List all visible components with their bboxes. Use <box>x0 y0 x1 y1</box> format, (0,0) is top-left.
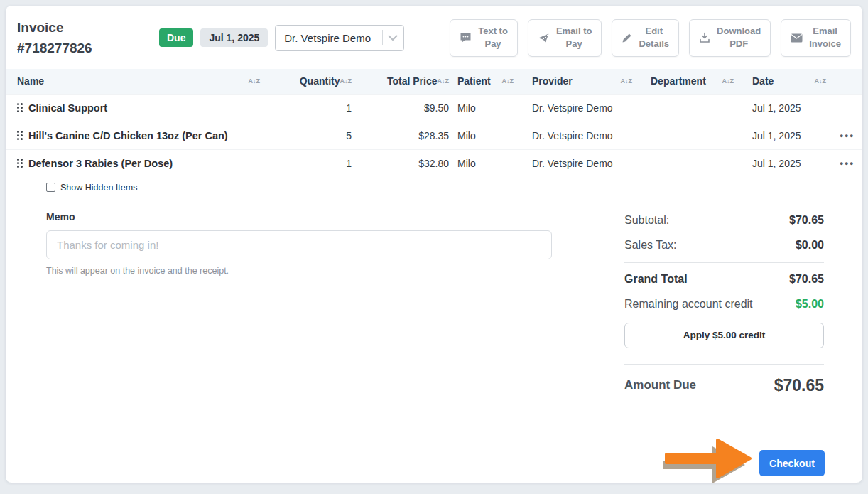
item-patient: Milo <box>449 130 523 141</box>
invoice-date-chip[interactable]: Jul 1, 2025 <box>200 28 268 47</box>
item-date: Jul 1, 2025 <box>744 158 836 169</box>
column-header-patient: Patient A↓Z <box>449 75 523 87</box>
column-label-name: Name <box>17 75 44 87</box>
memo-input[interactable] <box>46 230 552 259</box>
invoice-number: #718277826 <box>17 38 124 58</box>
column-label-quantity: Quantity <box>300 75 340 87</box>
sales-tax-label: Sales Tax: <box>624 239 677 252</box>
sales-tax-row: Sales Tax: $0.00 <box>624 233 824 258</box>
grand-total-label: Grand Total <box>624 273 688 286</box>
status-badge: Due <box>159 28 193 47</box>
column-header-name: Name A↓Z <box>6 75 270 87</box>
invoice-card: Invoice #718277826 Due Jul 1, 2025 Dr. V… <box>6 6 862 483</box>
item-name: Hill's Canine C/D Chicken 13oz (Per Can) <box>28 130 228 141</box>
sort-icon-quantity[interactable]: A↓Z <box>340 77 352 85</box>
item-provider: Dr. Vetspire Demo <box>523 130 642 141</box>
status-group: Due Jul 1, 2025 Dr. Vetspire Demo <box>159 25 404 51</box>
drag-handle-icon[interactable] <box>17 131 23 140</box>
table-row[interactable]: Clinical Support 1 $9.50 Milo Dr. Vetspi… <box>6 94 862 122</box>
grand-total-row: Grand Total $70.65 <box>624 267 824 292</box>
bottom-section: Memo This will appear on the invoice and… <box>6 211 862 395</box>
column-header-quantity: Quantity A↓Z <box>270 75 352 87</box>
item-name: Clinical Support <box>28 102 107 114</box>
memo-section: Memo This will appear on the invoice and… <box>46 211 552 395</box>
item-date: Jul 1, 2025 <box>744 102 836 114</box>
drag-handle-icon[interactable] <box>17 159 23 168</box>
header-actions: Text toPay Email toPay EditDetails Downl… <box>450 19 851 56</box>
item-quantity: 1 <box>270 102 352 114</box>
download-pdf-label: DownloadPDF <box>717 25 761 50</box>
item-total-price: $9.50 <box>352 102 449 114</box>
item-total-price: $28.35 <box>352 130 449 141</box>
column-label-provider: Provider <box>532 75 573 87</box>
subtotal-row: Subtotal: $70.65 <box>624 208 824 233</box>
sort-icon-total-price[interactable]: A↓Z <box>438 77 450 85</box>
row-menu-icon[interactable]: ●●● <box>836 160 862 167</box>
column-label-patient: Patient <box>457 75 491 87</box>
credit-label: Remaining account credit <box>624 298 753 311</box>
memo-helper-text: This will appear on the invoice and the … <box>46 266 552 276</box>
item-quantity: 1 <box>270 158 352 169</box>
subtotal-label: Subtotal: <box>624 214 669 227</box>
item-provider: Dr. Vetspire Demo <box>523 158 642 169</box>
row-menu-icon[interactable]: ●●● <box>836 132 862 139</box>
column-label-total-price: Total Price <box>387 75 438 87</box>
email-invoice-label: EmailInvoice <box>809 25 841 50</box>
item-provider: Dr. Vetspire Demo <box>523 102 642 114</box>
table-row[interactable]: Defensor 3 Rabies (Per Dose) 1 $32.80 Mi… <box>6 149 862 177</box>
item-patient: Milo <box>449 102 523 114</box>
edit-details-button[interactable]: EditDetails <box>612 19 679 56</box>
grand-total-value: $70.65 <box>789 273 824 286</box>
chevron-down-icon <box>388 35 398 41</box>
column-header-provider: Provider A↓Z <box>523 75 642 87</box>
item-name: Defensor 3 Rabies (Per Dose) <box>28 158 173 169</box>
download-pdf-button[interactable]: DownloadPDF <box>689 19 771 56</box>
subtotal-value: $70.65 <box>789 214 824 227</box>
apply-credit-button[interactable]: Apply $5.00 credit <box>624 323 824 348</box>
page-title: Invoice #718277826 <box>17 17 124 59</box>
column-header-department: Department A↓Z <box>642 75 744 87</box>
text-to-pay-button[interactable]: Text toPay <box>450 19 518 56</box>
item-quantity: 5 <box>270 130 352 141</box>
invoice-header: Invoice #718277826 Due Jul 1, 2025 Dr. V… <box>6 6 862 69</box>
totals-panel: Subtotal: $70.65 Sales Tax: $0.00 Grand … <box>624 208 824 395</box>
item-patient: Milo <box>449 158 523 169</box>
item-date: Jul 1, 2025 <box>744 130 836 141</box>
email-to-pay-icon <box>538 33 550 43</box>
show-hidden-items-label[interactable]: Show Hidden Items <box>60 183 137 193</box>
provider-select[interactable]: Dr. Vetspire Demo <box>275 25 404 51</box>
amount-due-value: $70.65 <box>774 376 824 395</box>
column-header-total-price: Total Price A↓Z <box>352 75 449 87</box>
credit-row: Remaining account credit $5.00 <box>624 292 824 317</box>
checkout-button[interactable]: Checkout <box>759 450 825 476</box>
item-total-price: $32.80 <box>352 158 449 169</box>
table-row[interactable]: Hill's Canine C/D Chicken 13oz (Per Can)… <box>6 122 862 149</box>
column-label-date: Date <box>752 75 774 87</box>
email-to-pay-button[interactable]: Email toPay <box>528 19 602 56</box>
select-divider <box>382 30 383 45</box>
memo-label: Memo <box>46 211 552 222</box>
text-to-pay-label: Text toPay <box>478 25 508 50</box>
invoice-title: Invoice <box>17 17 124 38</box>
amount-due-label: Amount Due <box>624 378 696 392</box>
column-label-department: Department <box>651 75 706 87</box>
edit-details-icon <box>622 33 632 43</box>
email-invoice-icon <box>791 33 803 43</box>
annotation-arrow-icon <box>663 427 756 487</box>
email-invoice-button[interactable]: EmailInvoice <box>781 19 851 56</box>
show-hidden-items-checkbox[interactable] <box>46 183 55 192</box>
sales-tax-value: $0.00 <box>796 239 824 252</box>
sort-icon-date[interactable]: A↓Z <box>815 77 837 85</box>
sort-icon-provider[interactable]: A↓Z <box>621 77 643 85</box>
drag-handle-icon[interactable] <box>17 103 23 112</box>
invoice-table-header: Name A↓Z Quantity A↓Z Total Price A↓Z Pa… <box>6 69 862 94</box>
column-header-date: Date A↓Z <box>744 75 836 87</box>
amount-due-row: Amount Due $70.65 <box>624 376 824 395</box>
email-to-pay-label: Email toPay <box>556 25 592 50</box>
amount-due-divider <box>624 364 824 365</box>
credit-value: $5.00 <box>796 298 824 311</box>
sort-icon-patient[interactable]: A↓Z <box>502 77 524 85</box>
sort-icon-department[interactable]: A↓Z <box>722 77 744 85</box>
provider-select-value: Dr. Vetspire Demo <box>284 32 377 44</box>
sort-icon-name[interactable]: A↓Z <box>249 77 271 85</box>
